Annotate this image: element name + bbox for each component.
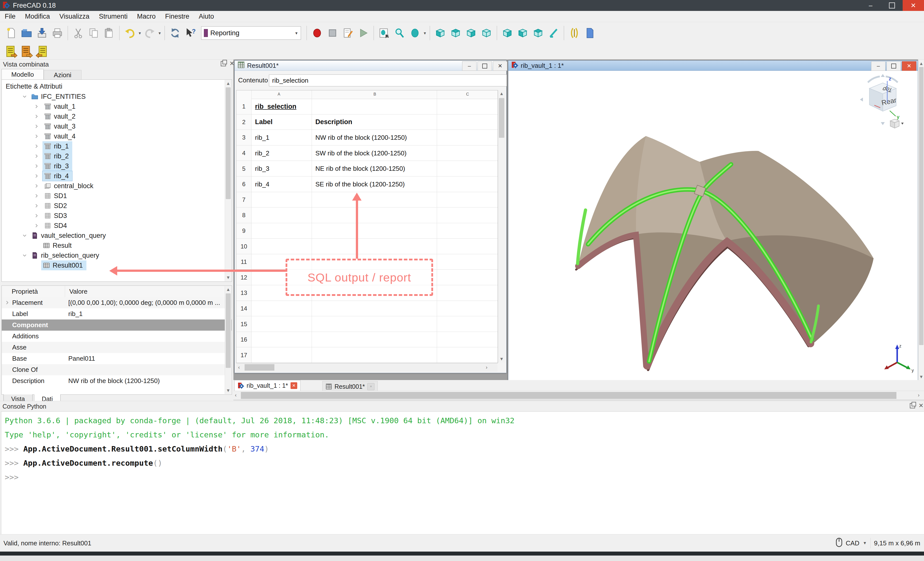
tree-expander-icon[interactable] bbox=[33, 193, 39, 200]
tree-item-vault_selection_query[interactable]: vault_selection_query bbox=[2, 230, 232, 241]
sheet-row-14[interactable]: 14 bbox=[236, 301, 498, 317]
mdi-tab-close-icon[interactable]: ▫ bbox=[367, 383, 375, 390]
cell-B14[interactable] bbox=[312, 301, 440, 317]
col-header-b[interactable]: B bbox=[374, 92, 376, 97]
workbench-selector[interactable]: Reporting▼ bbox=[201, 26, 301, 40]
macro-edit-icon[interactable] bbox=[340, 25, 356, 41]
sheet-row-8[interactable]: 8 bbox=[236, 208, 498, 223]
menu-modifica[interactable]: Modifica bbox=[20, 11, 55, 22]
console-close-icon[interactable]: ✕ bbox=[918, 403, 924, 408]
tree-expander-icon[interactable] bbox=[22, 253, 28, 260]
row-number[interactable]: 10 bbox=[236, 239, 252, 254]
cell-B15[interactable] bbox=[312, 316, 440, 332]
view-bottom-icon[interactable] bbox=[515, 25, 530, 41]
mdi-hscrollbar[interactable]: ‹ › bbox=[233, 391, 924, 400]
tree-item-vault_2[interactable]: vault_2 bbox=[2, 111, 232, 121]
cell-A10[interactable] bbox=[252, 239, 315, 254]
sheet-row-1[interactable]: 1rib_selection bbox=[236, 99, 498, 114]
mdi-tab-close-icon[interactable]: ✕ bbox=[291, 382, 297, 389]
zoom-icon[interactable] bbox=[392, 25, 407, 41]
cell-A17[interactable] bbox=[252, 347, 315, 363]
property-row-label[interactable]: Labelrib_1 bbox=[2, 308, 232, 319]
view-front-icon[interactable] bbox=[433, 25, 448, 41]
tab-modello[interactable]: Modello bbox=[2, 69, 44, 80]
window-maximize-button[interactable] bbox=[881, 0, 903, 11]
cell-B4[interactable]: SW rib of the block (1200-1250) bbox=[312, 145, 440, 161]
row-number[interactable]: 11 bbox=[236, 254, 252, 270]
property-row-additions[interactable]: Additions bbox=[2, 331, 232, 342]
cell-A16[interactable] bbox=[252, 332, 315, 347]
tree-item-SD2[interactable]: SD2 bbox=[2, 201, 232, 211]
cell-B5[interactable]: NE rib of the block (1200-1250) bbox=[312, 161, 440, 177]
dock-float-icon[interactable] bbox=[221, 61, 226, 66]
draw-style-icon[interactable] bbox=[407, 25, 423, 41]
tree-item-SD4[interactable]: SD4 bbox=[2, 221, 232, 230]
row-number[interactable]: 13 bbox=[236, 285, 252, 301]
report-import-icon[interactable] bbox=[34, 44, 50, 59]
tab-azioni[interactable]: Azioni bbox=[44, 70, 81, 80]
tree-expander-icon[interactable] bbox=[33, 203, 39, 211]
row-number[interactable]: 5 bbox=[236, 161, 252, 177]
macro-play-icon[interactable] bbox=[356, 25, 371, 41]
row-number[interactable]: 4 bbox=[236, 145, 252, 161]
doc-blue-icon[interactable] bbox=[582, 25, 597, 41]
tree-expander-icon[interactable] bbox=[33, 153, 39, 161]
cell-A6[interactable]: rib_4 bbox=[252, 177, 315, 192]
window-close-button[interactable]: ✕ bbox=[903, 0, 924, 11]
tree-expander-icon[interactable] bbox=[33, 143, 39, 151]
new-file-icon[interactable] bbox=[3, 25, 19, 41]
column-header-row[interactable]: A B C bbox=[236, 90, 498, 99]
property-row-component[interactable]: Component bbox=[2, 319, 232, 331]
cell-B1[interactable] bbox=[312, 99, 440, 114]
properties-scrollbar[interactable]: ▲ ▼ bbox=[225, 286, 231, 394]
tree-expander-icon[interactable] bbox=[33, 114, 39, 121]
cell-B3[interactable]: NW rib of the block (1200-1250) bbox=[312, 130, 440, 145]
spreadsheet-titlebar[interactable]: Result001* – ✕ bbox=[235, 61, 506, 71]
content-input[interactable]: rib_selection bbox=[269, 75, 507, 87]
view-left-icon[interactable] bbox=[530, 25, 546, 41]
sheet-row-7[interactable]: 7 bbox=[236, 192, 498, 208]
tree-expander-icon[interactable] bbox=[33, 213, 39, 220]
mdi-tab-Result001_[interactable]: Result001*▫ bbox=[322, 381, 378, 392]
redo-icon[interactable] bbox=[142, 25, 158, 41]
mdi-tab-rib_vault_1_1_[interactable]: rib_vault_1 : 1*✕ bbox=[234, 380, 300, 391]
property-value[interactable]: Panel011 bbox=[65, 355, 232, 362]
cell-A14[interactable] bbox=[252, 301, 315, 317]
tree-expander-icon[interactable] bbox=[33, 133, 39, 141]
undo-icon[interactable] bbox=[122, 25, 138, 41]
tree-expander-icon[interactable] bbox=[33, 223, 39, 230]
cell-A15[interactable] bbox=[252, 316, 315, 332]
cell-A5[interactable]: rib_3 bbox=[252, 161, 315, 177]
tree-expander-icon[interactable] bbox=[33, 183, 39, 191]
row-number[interactable]: 17 bbox=[236, 347, 252, 363]
cell-B17[interactable] bbox=[312, 347, 440, 363]
fit-all-icon[interactable] bbox=[376, 25, 392, 41]
python-console[interactable]: Python 3.6.6 | packaged by conda-forge |… bbox=[1, 411, 924, 537]
viewport-titlebar[interactable]: rib_vault_1 : 1* – ✕ bbox=[508, 61, 918, 71]
row-number[interactable]: 6 bbox=[236, 177, 252, 192]
macro-stop-icon[interactable] bbox=[325, 25, 340, 41]
tree-item-rib_2[interactable]: rib_2 bbox=[2, 151, 232, 161]
console-float-icon[interactable] bbox=[910, 403, 915, 408]
tree-item-vault_4[interactable]: vault_4 bbox=[2, 131, 232, 141]
sheet-hscrollbar[interactable]: ‹ › bbox=[236, 363, 497, 372]
tree-item-rib_3[interactable]: rib_3 bbox=[2, 161, 232, 171]
view-rear-icon[interactable] bbox=[500, 25, 515, 41]
nav-style-selector[interactable]: CAD bbox=[846, 539, 860, 547]
cell-B9[interactable] bbox=[312, 223, 440, 239]
tree-item-rib_4[interactable]: rib_4 bbox=[2, 171, 232, 181]
cell-A4[interactable]: rib_2 bbox=[252, 145, 315, 161]
tree-item-rib_1[interactable]: rib_1 bbox=[2, 141, 232, 151]
spreadsheet-table[interactable]: A B C 1rib_selection2LabelDescription3ri… bbox=[236, 90, 498, 363]
sheet-row-10[interactable]: 10 bbox=[236, 239, 498, 254]
macro-record-icon[interactable] bbox=[309, 25, 325, 41]
viewport-restore-button[interactable] bbox=[886, 61, 901, 71]
col-header-c[interactable]: C bbox=[466, 92, 469, 97]
menu-file[interactable]: File bbox=[0, 11, 20, 22]
sheet-vscrollbar[interactable]: ▲ ▼ bbox=[498, 90, 505, 363]
tree-item-vault_3[interactable]: vault_3 bbox=[2, 121, 232, 131]
dropdown-arrow-icon[interactable]: ▼ bbox=[158, 25, 162, 41]
sheet-row-5[interactable]: 5rib_3NE rib of the block (1200-1250) bbox=[236, 161, 498, 177]
window-minimize-button[interactable]: – bbox=[860, 0, 881, 11]
row-number[interactable]: 8 bbox=[236, 208, 252, 223]
